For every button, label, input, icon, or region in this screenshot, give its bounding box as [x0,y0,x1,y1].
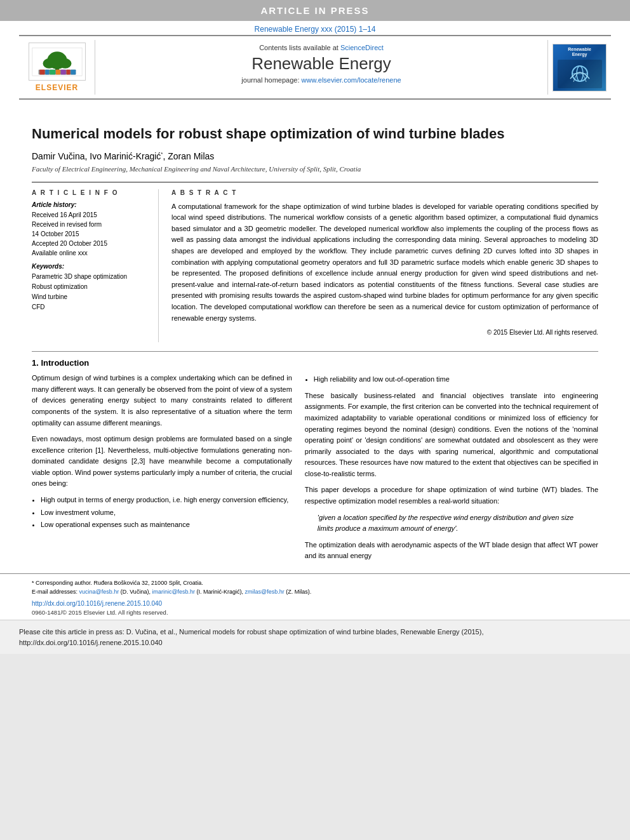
journal-title: Renewable Energy [102,54,541,74]
bullet-item: High output in terms of energy productio… [41,495,292,506]
article-in-press-banner: ARTICLE IN PRESS [0,0,630,21]
abstract-text: A computational framework for the shape … [171,201,598,324]
homepage-url[interactable]: www.elsevier.com/locate/renene [302,76,401,84]
homepage-prefix: journal homepage: [241,76,301,84]
elsevier-logo: ELSEVIER [29,43,86,92]
history-label: Article history: [32,201,149,208]
bullet-item: Low operational expenses such as mainten… [41,519,292,531]
issn-line: 0960-1481/© 2015 Elsevier Ltd. All right… [32,608,598,617]
email2[interactable]: imarinic@fesb.hr [152,589,195,595]
sciencedirect-line: Contents lists available at ScienceDirec… [102,44,541,51]
authors-text: Damir Vučina, Ivo Marinić-Kragić*, Zoran… [32,151,214,161]
main-content: Numerical models for robust shape optimi… [0,100,630,573]
copyright-line: © 2015 Elsevier Ltd. All rights reserved… [171,329,598,342]
email1-name: (D. Vučina), [119,589,152,595]
footnote-section: * Corresponding author. Ruđera Boškovića… [0,573,630,620]
email-line: E-mail addresses: vucina@fesb.hr (D. Vuč… [32,588,598,597]
banner-text: ARTICLE IN PRESS [260,5,369,16]
elsevier-logo-image [29,43,86,81]
right-last-para: The optimization deals with aerodynamic … [305,540,598,562]
abstract-label: A B S T R A C T [171,189,598,196]
email3-name: (Z. Milas). [285,589,312,595]
svg-point-4 [43,58,55,69]
email1[interactable]: vucina@fesb.hr [79,589,119,595]
intro-para-2: Even nowadays, most optimum design probl… [32,434,292,490]
paper-title: Numerical models for robust shape optimi… [32,125,598,143]
body-col-left: 1. Introduction Optimum design of wind t… [32,358,292,567]
article-info-label: A R T I C L E I N F O [32,189,149,196]
intro-heading: 1. Introduction [32,358,292,368]
authors: Damir Vučina, Ivo Marinić-Kragić*, Zoran… [32,151,598,161]
svg-rect-8 [45,69,49,74]
doi-line[interactable]: http://dx.doi.org/10.1016/j.renene.2015.… [32,599,598,608]
svg-rect-11 [60,69,65,74]
bullets-right: High reliability and low out-of-operatio… [314,374,598,385]
logo-box-text: RenewableEnergy [568,47,591,58]
journal-header-right: RenewableEnergy [547,40,611,95]
svg-point-5 [58,58,71,69]
right-para-1: These basically business-related and fin… [305,390,598,480]
journal-header-center: Contents lists available at ScienceDirec… [95,40,547,95]
body-col-right: High reliability and low out-of-operatio… [305,358,598,567]
abstract-col: A B S T R A C T A computational framewor… [171,189,598,343]
two-col-body: 1. Introduction Optimum design of wind t… [32,358,598,567]
elsevier-brand: ELSEVIER [36,83,78,92]
section-divider [32,351,598,352]
right-para-2: This paper develops a procedure for shap… [305,484,598,507]
email3[interactable]: zmilas@fesb.hr [245,589,285,595]
doi-text: http://dx.doi.org/10.1016/j.renene.2015.… [32,600,162,607]
history-text: Received 16 April 2015 Received in revis… [32,210,149,258]
article-info-col: A R T I C L E I N F O Article history: R… [32,189,159,343]
corresponding-author: * Corresponding author. Ruđera Boškovića… [32,579,598,588]
journal-header: ELSEVIER Contents lists available at Sci… [19,35,611,100]
intro-para-1: Optimum design of wind turbines is a com… [32,373,292,429]
journal-ref-line: Renewable Energy xxx (2015) 1–14 [0,21,630,35]
bullets-left: High output in terms of energy productio… [41,495,292,531]
bullet-item-right: High reliability and low out-of-operatio… [314,374,598,385]
author-affiliation: Faculty of Electrical Engineering, Mecha… [32,165,598,173]
journal-ref-text: Renewable Energy xxx (2015) 1–14 [255,25,376,34]
bullet-item: Low investment volume, [41,507,292,519]
svg-rect-9 [50,69,55,74]
email2-name: (I. Marinić-Kragić), [195,589,245,595]
journal-homepage: journal homepage: www.elsevier.com/locat… [102,76,541,84]
sciencedirect-link[interactable]: ScienceDirect [340,44,384,51]
blockquote: 'given a location specified by the respe… [318,512,586,535]
renewable-energy-logo-box: RenewableEnergy [553,44,607,91]
keywords-label: Keywords: [32,263,149,270]
email-label: E-mail addresses: [32,589,79,595]
article-info-abstract-section: A R T I C L E I N F O Article history: R… [32,182,598,343]
svg-rect-7 [39,69,44,74]
svg-rect-13 [70,69,76,74]
citation-box: Please cite this article in press as: D.… [0,620,630,654]
keywords-list: Parametric 3D shape optimization Robust … [32,272,149,312]
sciencedirect-prefix: Contents lists available at [259,44,340,51]
citation-text: Please cite this article in press as: D.… [19,628,483,646]
journal-header-left: ELSEVIER [19,40,95,95]
page-wrapper: ARTICLE IN PRESS Renewable Energy xxx (2… [0,0,630,654]
svg-rect-10 [56,69,60,74]
svg-rect-12 [66,69,70,74]
